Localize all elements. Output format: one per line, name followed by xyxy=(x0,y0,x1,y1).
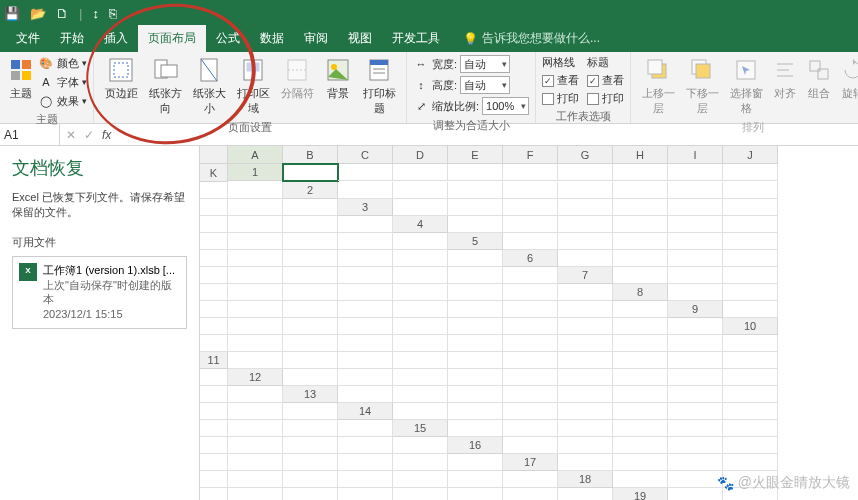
group-button[interactable]: 组合 xyxy=(803,54,835,103)
cell-K7[interactable] xyxy=(558,284,613,301)
cell-C15[interactable] xyxy=(558,420,613,437)
cell-I2[interactable] xyxy=(200,199,228,216)
cell-E15[interactable] xyxy=(668,420,723,437)
cell-D3[interactable] xyxy=(558,199,613,216)
cell-H7[interactable] xyxy=(393,284,448,301)
cell-B13[interactable] xyxy=(393,386,448,403)
cell-A14[interactable] xyxy=(393,403,448,420)
cell-J7[interactable] xyxy=(503,284,558,301)
cell-G17[interactable] xyxy=(283,471,338,488)
breaks-button[interactable]: 分隔符 xyxy=(276,54,318,103)
cell-D18[interactable] xyxy=(200,488,228,500)
gridlines-view-check[interactable]: ✓查看 xyxy=(542,72,579,89)
cell-G13[interactable] xyxy=(668,386,723,403)
cell-F18[interactable] xyxy=(283,488,338,500)
cell-G16[interactable] xyxy=(228,454,283,471)
cell-C6[interactable] xyxy=(668,250,723,267)
cell-F9[interactable] xyxy=(393,318,448,335)
cell-F10[interactable] xyxy=(448,335,503,352)
cell-J1[interactable] xyxy=(200,182,228,199)
cell-G8[interactable] xyxy=(393,301,448,318)
effects-button[interactable]: ◯效果▾ xyxy=(38,92,87,110)
save-icon[interactable]: 💾 xyxy=(4,6,20,21)
cell-F16[interactable] xyxy=(200,454,228,471)
row-header-19[interactable]: 19 xyxy=(613,488,668,500)
cell-F3[interactable] xyxy=(668,199,723,216)
cell-D10[interactable] xyxy=(338,335,393,352)
cell-I3[interactable] xyxy=(228,216,283,233)
cell-A2[interactable] xyxy=(338,182,393,199)
headings-view-check[interactable]: ✓查看 xyxy=(587,72,624,89)
cell-E8[interactable] xyxy=(283,301,338,318)
cell-J3[interactable] xyxy=(283,216,338,233)
background-button[interactable]: 背景 xyxy=(320,54,356,103)
cell-K1[interactable] xyxy=(228,182,283,199)
cell-B15[interactable] xyxy=(503,420,558,437)
cell-G10[interactable] xyxy=(503,335,558,352)
cell-B10[interactable] xyxy=(228,335,283,352)
cell-G3[interactable] xyxy=(723,199,778,216)
cell-B17[interactable] xyxy=(613,454,668,471)
cell-A18[interactable] xyxy=(613,471,668,488)
headings-print-check[interactable]: 打印 xyxy=(587,90,624,107)
cell-A4[interactable] xyxy=(448,216,503,233)
cell-I10[interactable] xyxy=(613,335,668,352)
col-header-E[interactable]: E xyxy=(448,146,503,164)
row-header-17[interactable]: 17 xyxy=(503,454,558,471)
col-header-D[interactable]: D xyxy=(393,146,448,164)
fx-icon[interactable]: fx xyxy=(102,128,111,142)
bringforward-button[interactable]: 上移一层 xyxy=(637,54,679,118)
cell-G11[interactable] xyxy=(558,352,613,369)
cell-C1[interactable] xyxy=(393,164,448,181)
cell-H15[interactable] xyxy=(228,437,283,454)
cell-F11[interactable] xyxy=(503,352,558,369)
cell-K2[interactable] xyxy=(283,199,338,216)
cell-B6[interactable] xyxy=(613,250,668,267)
cell-A9[interactable] xyxy=(723,301,778,318)
printtitles-button[interactable]: 打印标题 xyxy=(358,54,400,118)
cell-A12[interactable] xyxy=(283,369,338,386)
cell-I13[interactable] xyxy=(200,403,228,420)
cell-D6[interactable] xyxy=(723,250,778,267)
col-header-G[interactable]: G xyxy=(558,146,613,164)
cell-D14[interactable] xyxy=(558,403,613,420)
cell-H5[interactable] xyxy=(283,250,338,267)
cell-E7[interactable] xyxy=(228,284,283,301)
cell-J16[interactable] xyxy=(393,454,448,471)
width-combo[interactable]: 自动 xyxy=(460,55,510,73)
cell-K11[interactable] xyxy=(200,369,228,386)
cell-G6[interactable] xyxy=(283,267,338,284)
cell-J14[interactable] xyxy=(283,420,338,437)
size-button[interactable]: 纸张大小 xyxy=(188,54,230,118)
align-button[interactable]: 对齐 xyxy=(769,54,801,103)
cell-J2[interactable] xyxy=(228,199,283,216)
cell-C14[interactable] xyxy=(503,403,558,420)
cell-D9[interactable] xyxy=(283,318,338,335)
margins-button[interactable]: 页边距 xyxy=(100,54,142,103)
cell-K6[interactable] xyxy=(503,267,558,284)
col-header-J[interactable]: J xyxy=(723,146,778,164)
open-icon[interactable]: 📂 xyxy=(30,6,46,21)
cell-I16[interactable] xyxy=(338,454,393,471)
cell-K14[interactable] xyxy=(338,420,393,437)
cell-A8[interactable] xyxy=(668,284,723,301)
cell-I7[interactable] xyxy=(448,284,503,301)
fonts-button[interactable]: A字体▾ xyxy=(38,73,87,91)
cell-I11[interactable] xyxy=(668,352,723,369)
gridlines-print-check[interactable]: 打印 xyxy=(542,90,579,107)
col-header-K[interactable]: K xyxy=(200,164,228,182)
cell-C18[interactable] xyxy=(723,471,778,488)
cell-K16[interactable] xyxy=(448,454,503,471)
row-header-7[interactable]: 7 xyxy=(558,267,613,284)
cell-E10[interactable] xyxy=(393,335,448,352)
row-header-2[interactable]: 2 xyxy=(283,182,338,199)
cell-D8[interactable] xyxy=(228,301,283,318)
row-header-12[interactable]: 12 xyxy=(228,369,283,386)
cell-F1[interactable] xyxy=(558,164,613,181)
row-header-14[interactable]: 14 xyxy=(338,403,393,420)
cell-C4[interactable] xyxy=(558,216,613,233)
row-header-11[interactable]: 11 xyxy=(200,352,228,369)
cell-B1[interactable] xyxy=(338,164,393,181)
cell-H13[interactable] xyxy=(723,386,778,403)
cell-G7[interactable] xyxy=(338,284,393,301)
